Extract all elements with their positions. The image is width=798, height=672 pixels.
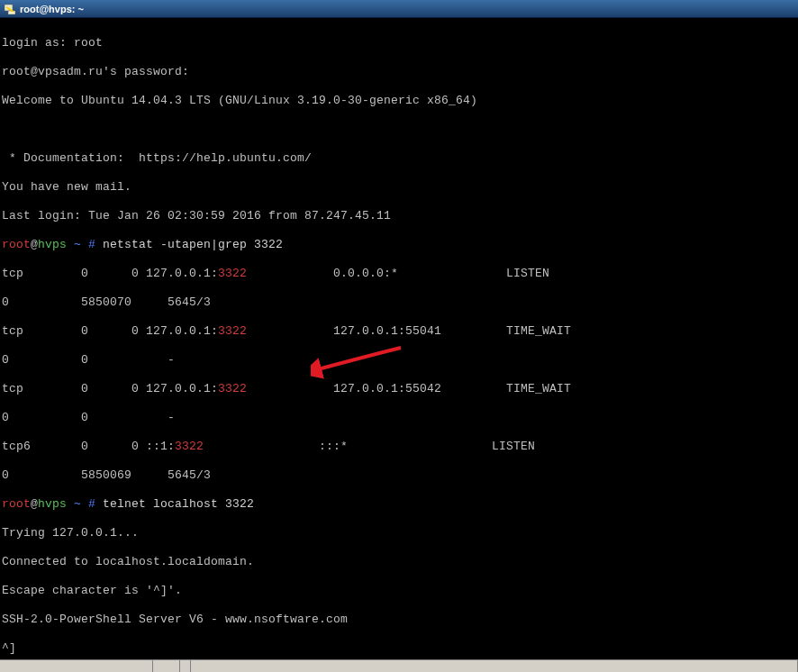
- line: Trying 127.0.0.1...: [2, 526, 796, 540]
- status-bar: [0, 659, 798, 672]
- line: [2, 123, 796, 137]
- status-cell: [180, 660, 191, 672]
- line: tcp 0 0 127.0.0.1:3322 127.0.0.1:55041 T…: [2, 324, 796, 339]
- line: login as: root: [2, 36, 796, 50]
- line: tcp 0 0 127.0.0.1:3322 127.0.0.1:55042 T…: [2, 382, 796, 396]
- line: 0 5850070 5645/3: [2, 295, 796, 310]
- line: Last login: Tue Jan 26 02:30:59 2016 fro…: [2, 209, 796, 223]
- line: 0 5850069 5645/3: [2, 468, 796, 483]
- line: 0 0 -: [2, 353, 796, 368]
- line: 0 0 -: [2, 411, 796, 425]
- window-titlebar[interactable]: root@hvps: ~: [0, 0, 798, 18]
- prompt-line: root@hvps ~ # netstat -utapen|grep 3322: [2, 238, 796, 252]
- line: root@vpsadm.ru's password:: [2, 65, 796, 79]
- status-cell: [191, 660, 798, 672]
- status-cell: [0, 660, 153, 672]
- line: * Documentation: https://help.ubuntu.com…: [2, 151, 796, 166]
- line: You have new mail.: [2, 180, 796, 195]
- line: Welcome to Ubuntu 14.04.3 LTS (GNU/Linux…: [2, 94, 796, 108]
- terminal-output[interactable]: login as: root root@vpsadm.ru's password…: [0, 18, 798, 672]
- line: tcp 0 0 127.0.0.1:3322 0.0.0.0:* LISTEN: [2, 267, 796, 281]
- line: tcp6 0 0 ::1:3322 :::* LISTEN: [2, 440, 796, 454]
- line: Escape character is '^]'.: [2, 584, 796, 598]
- putty-icon: [4, 3, 16, 15]
- line: ^]: [2, 641, 796, 656]
- line: Connected to localhost.localdomain.: [2, 555, 796, 569]
- status-cell: [153, 660, 180, 672]
- window-title: root@hvps: ~: [20, 4, 84, 14]
- line: SSH-2.0-PowerShell Server V6 - www.nsoft…: [2, 613, 796, 627]
- prompt-line: root@hvps ~ # telnet localhost 3322: [2, 497, 796, 512]
